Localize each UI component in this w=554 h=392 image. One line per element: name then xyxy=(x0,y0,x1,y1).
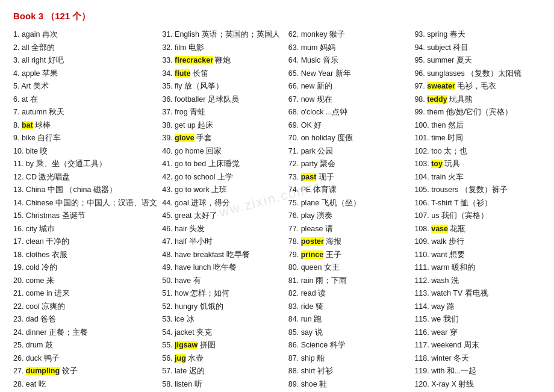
item-chinese: 王子 xyxy=(323,250,341,259)
list-item: 31. English 英语；英国的；英国人 xyxy=(162,28,284,42)
item-number: 118. xyxy=(414,354,431,362)
item-number: 72. xyxy=(288,160,301,168)
item-number: 27. xyxy=(13,367,26,375)
item-text: T-shirt T 恤（衫） xyxy=(431,199,492,207)
list-item: 72. party 聚会 xyxy=(288,158,410,171)
list-item: 34. flute 长笛 xyxy=(162,67,284,81)
list-item: 101. time 时间 xyxy=(414,132,536,145)
item-english: teddy xyxy=(427,95,447,104)
item-number: 54. xyxy=(162,328,175,337)
item-text: cool 凉爽的 xyxy=(26,302,65,311)
item-english: glove xyxy=(175,134,195,142)
list-item: 32. film 电影 xyxy=(162,42,284,55)
column-3: 62. monkey 猴子63. mum 妈妈64. Music 音乐65. N… xyxy=(288,28,415,392)
list-item: 88. shirt 衬衫 xyxy=(288,365,410,378)
item-number: 11. xyxy=(13,160,26,168)
list-item: 99. them 他/她/它们（宾格） xyxy=(414,106,536,119)
item-text: time 时间 xyxy=(431,134,463,142)
item-text: film 电影 xyxy=(175,43,204,52)
item-number: 114. xyxy=(414,302,431,311)
column-1: 1. again 再次2. all 全部的3. all right 好吧4. a… xyxy=(13,28,162,392)
item-number: 94. xyxy=(414,43,427,52)
item-number: 46. xyxy=(162,225,175,233)
list-item: 118. winter 冬天 xyxy=(414,352,536,366)
list-item: 44. goal 进球，得分 xyxy=(162,197,284,210)
item-number: 62. xyxy=(288,30,301,39)
item-chinese: 玩具熊 xyxy=(447,95,473,104)
item-text: monkey 猴子 xyxy=(301,30,345,39)
item-number: 102. xyxy=(414,147,431,155)
item-text: now 现在 xyxy=(301,95,332,104)
item-text: all 全部的 xyxy=(22,43,55,52)
item-number: 65. xyxy=(288,69,301,78)
item-text: subject 科目 xyxy=(427,43,468,52)
item-text: winter 冬天 xyxy=(431,354,469,362)
list-item: 86. Science 科学 xyxy=(288,339,410,352)
item-text: with 和...一起 xyxy=(431,367,476,375)
list-item: 13. China 中国 （china 磁器） xyxy=(13,184,157,197)
item-number: 13. xyxy=(13,185,26,194)
list-item: 85. say 说 xyxy=(288,326,410,340)
item-chinese: 毛衫，毛衣 xyxy=(455,82,496,90)
list-item: 24. dinner 正餐；主餐 xyxy=(13,326,157,340)
item-number: 104. xyxy=(414,173,431,181)
item-number: 43. xyxy=(162,185,175,194)
item-number: 50. xyxy=(162,276,175,285)
list-item: 54. jacket 夹克 xyxy=(162,326,284,340)
item-text: we 我们 xyxy=(431,315,458,323)
list-item: 26. duck 鸭子 xyxy=(13,352,157,366)
item-number: 96. xyxy=(414,69,427,78)
list-item: 10. bite 咬 xyxy=(13,145,157,158)
item-number: 40. xyxy=(162,147,175,155)
item-text: ride 骑 xyxy=(301,302,323,311)
list-item: 63. mum 妈妈 xyxy=(288,42,410,55)
item-text: X-ray X 射线 xyxy=(431,380,474,388)
item-number: 117. xyxy=(414,341,431,349)
item-number: 48. xyxy=(162,250,175,259)
item-chinese: 花瓶 xyxy=(448,225,465,233)
list-item: 6. at 在 xyxy=(13,93,157,107)
item-text: China 中国 （china 磁器） xyxy=(26,185,117,194)
list-item: 70. on holiday 度假 xyxy=(288,132,410,145)
item-number: 56. xyxy=(162,354,175,362)
list-item: 7. autumn 秋天 xyxy=(13,106,157,119)
list-item: 42. go to school 上学 xyxy=(162,171,284,184)
item-text: run 跑 xyxy=(301,315,322,323)
item-text: way 路 xyxy=(431,302,455,311)
item-number: 75. xyxy=(288,199,301,207)
item-number: 119. xyxy=(414,367,431,375)
item-number: 37. xyxy=(162,108,175,116)
item-number: 25. xyxy=(13,341,26,349)
item-text: frog 青蛙 xyxy=(175,108,205,116)
column-4: 93. spring 春天94. subject 科目95. summer 夏天… xyxy=(414,28,541,392)
item-number: 7. xyxy=(13,108,22,116)
item-number: 18. xyxy=(13,250,26,259)
item-number: 99. xyxy=(414,108,427,116)
list-item: 17. clean 干净的 xyxy=(13,235,157,249)
list-item: 39. glove 手套 xyxy=(162,132,284,145)
item-text: jacket 夹克 xyxy=(175,328,212,337)
item-number: 19. xyxy=(13,263,26,272)
item-number: 4. xyxy=(13,69,22,78)
item-text: summer 夏天 xyxy=(427,56,472,64)
item-number: 108. xyxy=(414,225,431,233)
list-item: 2. all 全部的 xyxy=(13,42,157,55)
list-item: 110. want 想要 xyxy=(414,249,536,262)
item-text: footballer 足球队员 xyxy=(175,95,239,104)
item-chinese: 球棒 xyxy=(33,121,51,129)
item-text: go to school 上学 xyxy=(175,173,233,181)
item-text: cold 冷的 xyxy=(26,263,57,272)
list-item: 64. Music 音乐 xyxy=(288,54,410,67)
item-text: shirt 衬衫 xyxy=(301,367,333,375)
item-number: 97. xyxy=(414,82,427,90)
list-item: 103. toy 玩具 xyxy=(414,158,536,171)
item-number: 66. xyxy=(288,82,301,90)
item-number: 78. xyxy=(288,237,301,246)
item-text: all right 好吧 xyxy=(22,56,64,64)
list-item: 116. wear 穿 xyxy=(414,326,536,340)
list-item: 33. firecracker 鞭炮 xyxy=(162,54,284,67)
list-item: 48. have breakfast 吃早餐 xyxy=(162,249,284,262)
item-text: rain 雨；下雨 xyxy=(301,276,347,285)
item-number: 81. xyxy=(288,276,301,285)
item-text: come 来 xyxy=(26,276,54,285)
